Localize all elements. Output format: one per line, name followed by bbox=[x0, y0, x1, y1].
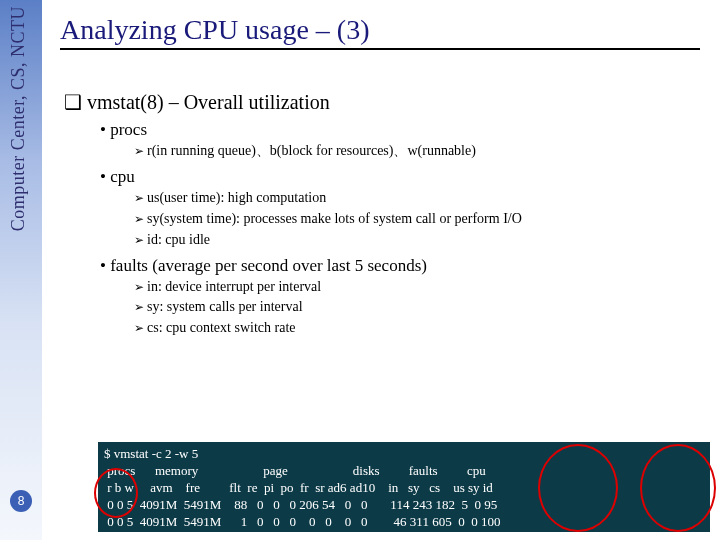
sub-cpu-0: us(user time): high computation bbox=[134, 189, 710, 208]
bullet-faults: faults (average per second over last 5 s… bbox=[100, 256, 710, 276]
term-line-4: 0 0 5 4091M 5491M 1 0 0 0 0 0 0 0 46 311… bbox=[104, 514, 500, 529]
sub-procs-0: r(in running queue)、b(block for resource… bbox=[134, 142, 710, 161]
sub-faults-2: cs: cpu context switch rate bbox=[134, 319, 710, 338]
highlight-ellipse-cpu bbox=[640, 444, 716, 532]
page-number-badge: 8 bbox=[10, 490, 32, 512]
highlight-ellipse-procs bbox=[94, 468, 138, 518]
bullet-procs: procs bbox=[100, 120, 710, 140]
slide-content: Analyzing CPU usage – (3) vmstat(8) – Ov… bbox=[60, 0, 710, 338]
highlight-ellipse-faults bbox=[538, 444, 618, 532]
term-line-2: r b w avm fre flt re pi po fr sr ad6 ad1… bbox=[104, 480, 493, 495]
sub-faults-1: sy: system calls per interval bbox=[134, 298, 710, 317]
title-underline bbox=[60, 48, 700, 50]
sub-cpu-2: id: cpu idle bbox=[134, 231, 710, 250]
slide-title: Analyzing CPU usage – (3) bbox=[60, 14, 710, 46]
bullet-cpu: cpu bbox=[100, 167, 710, 187]
term-line-0: $ vmstat -c 2 -w 5 bbox=[104, 446, 198, 461]
term-line-3: 0 0 5 4091M 5491M 88 0 0 0 206 54 0 0 11… bbox=[104, 497, 497, 512]
terminal-output: $ vmstat -c 2 -w 5 procs memory page dis… bbox=[98, 442, 710, 532]
sub-cpu-1: sy(system time): processes make lots of … bbox=[134, 210, 710, 229]
sidebar-org-text: Computer Center, CS, NCTU bbox=[8, 6, 29, 231]
section-heading: vmstat(8) – Overall utilization bbox=[64, 90, 710, 114]
sub-faults-0: in: device interrupt per interval bbox=[134, 278, 710, 297]
term-line-1: procs memory page disks faults cpu bbox=[104, 463, 486, 478]
sidebar: Computer Center, CS, NCTU bbox=[0, 0, 42, 540]
